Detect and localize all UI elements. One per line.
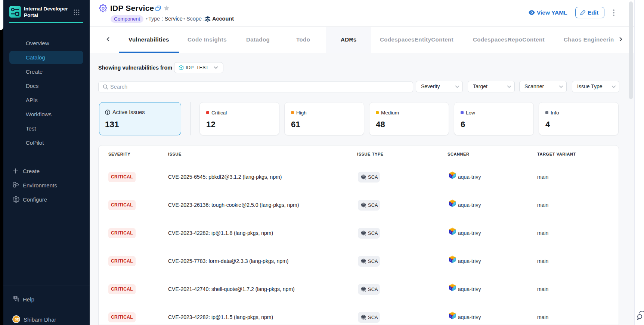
svg-text:?: ? xyxy=(15,296,16,299)
